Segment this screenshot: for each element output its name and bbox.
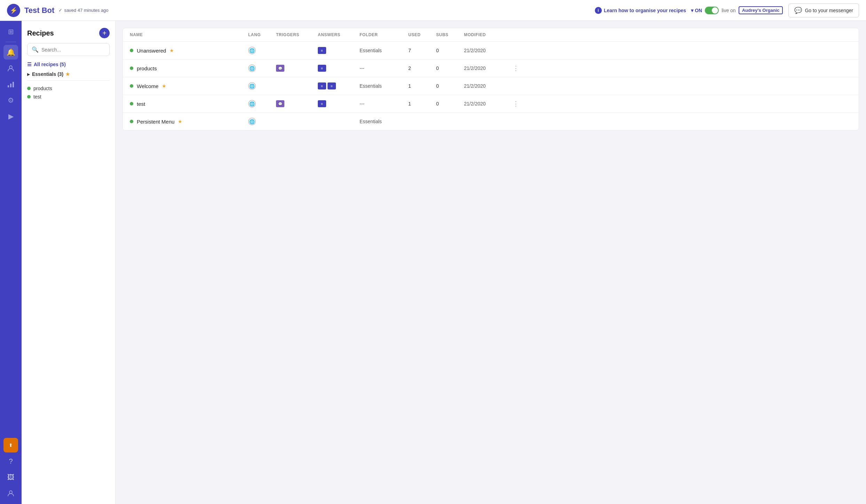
info-icon: i [595, 7, 602, 14]
row-subs: 0 [436, 65, 464, 71]
status-dot [130, 84, 133, 88]
sidebar-header: Recipes + [27, 28, 110, 38]
row-used: 1 [408, 83, 436, 89]
topbar-left: ⚡ Test Bot ✓ saved 47 minutes ago [7, 4, 589, 17]
recipe-title: Unanswered [137, 48, 166, 54]
row-modified: 21/2/2020 [464, 101, 513, 107]
add-recipe-button[interactable]: + [99, 28, 110, 38]
table-row[interactable]: products 🌐 💬 ≡ --- 2 0 21/2/2020 ⋮ [123, 60, 859, 77]
app-icon: ⚡ [7, 4, 20, 17]
svg-point-4 [9, 491, 12, 494]
row-subs: 0 [436, 101, 464, 107]
row-lang: 🌐 [248, 118, 276, 125]
row-lang: 🌐 [248, 100, 276, 108]
table-row[interactable]: test 🌐 💬 ≡ --- 1 0 21/2/2020 ⋮ [123, 95, 859, 113]
list-icon: ☰ [27, 62, 32, 67]
svg-rect-3 [13, 82, 14, 87]
all-recipes-item[interactable]: ☰ All recipes (5) [27, 62, 110, 67]
status-dot [130, 102, 133, 105]
recipe-title: Welcome [137, 83, 158, 89]
globe-icon: 🌐 [248, 82, 256, 90]
svg-rect-1 [8, 85, 9, 87]
table-header: NAME LANG TRIGGERS ANSWERS FOLDER USED S… [123, 28, 859, 42]
essentials-star-icon: ★ [65, 71, 70, 77]
sidebar-icon-recipes[interactable]: 🔔 [3, 45, 18, 60]
sidebar-recipe-products[interactable]: products [27, 84, 110, 93]
star-icon[interactable]: ★ [162, 83, 166, 89]
sidebar-icon-account[interactable] [3, 486, 18, 501]
row-folder: Essentials [360, 48, 408, 53]
status-dot [130, 49, 133, 52]
recipe-name-test: test [33, 94, 41, 100]
row-name-test: test [130, 101, 248, 107]
row-lang: 🌐 [248, 64, 276, 72]
row-triggers: 💬 [276, 100, 318, 107]
learn-link[interactable]: i Learn how to organise your recipes [595, 7, 686, 14]
row-name-unanswered: Unanswered ★ [130, 48, 248, 54]
sidebar-icon-contacts[interactable] [3, 61, 18, 76]
live-toggle[interactable] [705, 7, 719, 14]
sidebar-icon-analytics[interactable] [3, 77, 18, 92]
row-folder: --- [360, 65, 408, 71]
saved-status: ✓ saved 47 minutes ago [58, 8, 108, 13]
learn-text: Learn how to organise your recipes [604, 8, 686, 13]
row-answers: ≡ ≡ [318, 82, 360, 89]
star-icon[interactable]: ★ [178, 119, 182, 124]
sidebar-icon-help[interactable]: ? [3, 454, 18, 468]
trigger-chat-icon: 💬 [276, 100, 284, 107]
recipe-title: test [137, 101, 145, 107]
sidebar-icon-dashboard[interactable]: ⊞ [3, 24, 18, 39]
active-dot-test [27, 95, 31, 99]
table-row[interactable]: Unanswered ★ 🌐 ≡ Essentials 7 0 21/2/202… [123, 42, 859, 60]
sidebar-icon-media[interactable]: 🖼 [3, 470, 18, 485]
sidebar-recipe-test[interactable]: test [27, 93, 110, 101]
row-modified: 21/2/2020 [464, 83, 513, 89]
col-modified: MODIFIED [464, 32, 513, 37]
live-on-text: live on [722, 8, 735, 13]
org-badge: Audrey's Organic [739, 6, 783, 14]
status-dot [130, 66, 133, 70]
star-icon[interactable]: ★ [170, 48, 174, 53]
trigger-chat-icon: 💬 [276, 65, 284, 72]
check-icon: ✓ [58, 8, 62, 13]
more-options-button[interactable]: ⋮ [513, 64, 527, 72]
answer-list-icon: ≡ [318, 100, 326, 107]
search-input[interactable] [41, 47, 105, 53]
sidebar-title: Recipes [27, 29, 54, 37]
sidebar-icon-settings[interactable]: ⚙ [3, 93, 18, 108]
row-name-products: products [130, 65, 248, 71]
globe-icon: 🌐 [248, 64, 256, 72]
answer-list-icon-1: ≡ [318, 82, 326, 89]
saved-text: saved 47 minutes ago [64, 8, 108, 13]
row-answers: ≡ [318, 65, 360, 72]
all-recipes-label: All recipes (5) [34, 62, 66, 67]
icon-sidebar: ⊞ 🔔 ⚙ ▶ ⬆ ? 🖼 [0, 21, 22, 504]
row-answers: ≡ [318, 100, 360, 107]
row-answers: ≡ [318, 47, 360, 54]
live-section: ▾ ON live on Audrey's Organic [691, 6, 783, 14]
col-answers: ANSWERS [318, 32, 360, 37]
row-folder: --- [360, 101, 408, 107]
topbar: ⚡ Test Bot ✓ saved 47 minutes ago i Lear… [0, 0, 866, 21]
messenger-button[interactable]: 💬 Go to your messenger [788, 3, 859, 17]
essentials-folder[interactable]: ▶ Essentials (3) ★ [27, 71, 110, 77]
sidebar-icon-deploy[interactable]: ▶ [3, 109, 18, 124]
col-used: USED [408, 32, 436, 37]
more-options-button[interactable]: ⋮ [513, 100, 527, 108]
search-box[interactable]: 🔍 [27, 43, 110, 56]
sidebar-icon-upgrade[interactable]: ⬆ [3, 438, 18, 452]
recipe-name-products: products [33, 86, 52, 91]
main-content: NAME LANG TRIGGERS ANSWERS FOLDER USED S… [116, 21, 866, 504]
table-row[interactable]: Persistent Menu ★ 🌐 Essentials [123, 113, 859, 130]
globe-icon: 🌐 [248, 100, 256, 108]
svg-point-0 [9, 66, 12, 69]
row-modified: 21/2/2020 [464, 48, 513, 53]
row-used: 1 [408, 101, 436, 107]
answer-list-icon-2: ≡ [328, 82, 336, 89]
row-lang: 🌐 [248, 82, 276, 90]
table-row[interactable]: Welcome ★ 🌐 ≡ ≡ Essentials 1 0 21/2/2020 [123, 77, 859, 95]
col-triggers: TRIGGERS [276, 32, 318, 37]
topbar-center: i Learn how to organise your recipes ▾ O… [595, 6, 783, 14]
answer-list-icon: ≡ [318, 65, 326, 72]
row-folder: Essentials [360, 83, 408, 89]
